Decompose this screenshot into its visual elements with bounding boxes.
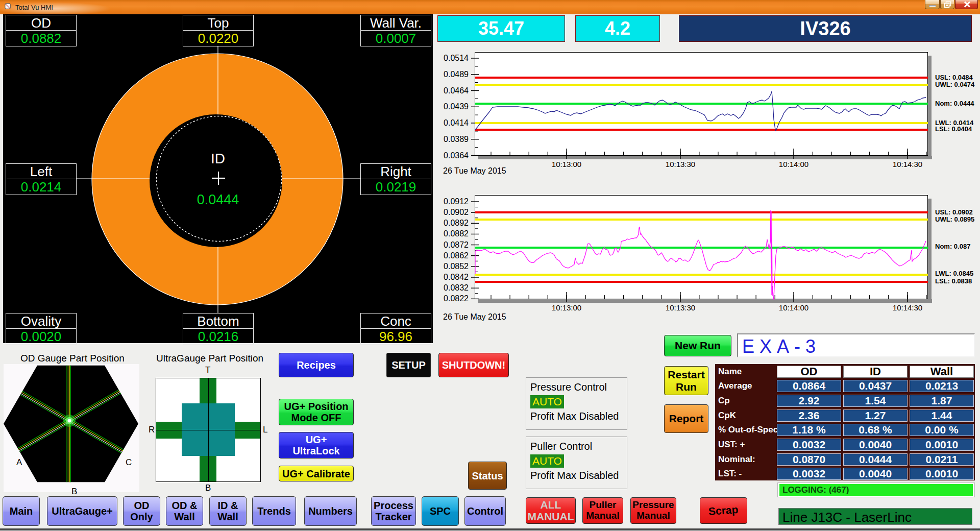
svg-text:ID: ID [211, 151, 225, 166]
svg-text:B: B [71, 487, 77, 496]
svg-text:A: A [16, 457, 22, 467]
svg-text:C: C [126, 457, 132, 467]
svg-text:0.0444: 0.0444 [197, 192, 239, 207]
